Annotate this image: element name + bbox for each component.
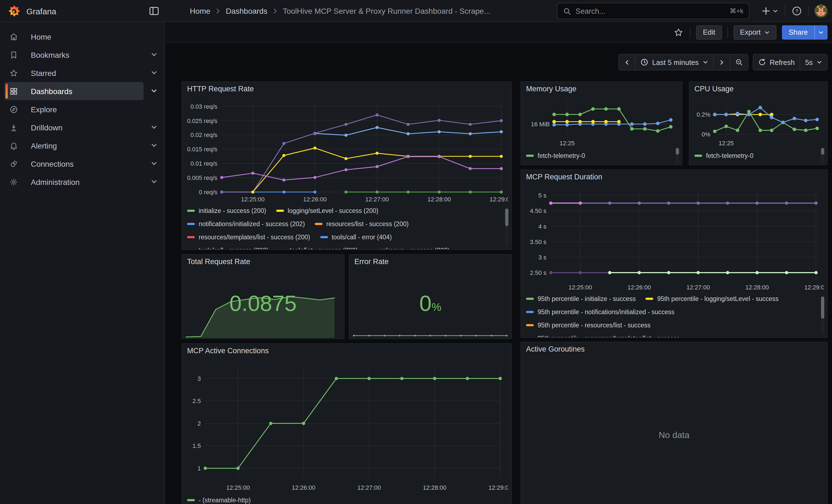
legend-swatch <box>526 311 534 313</box>
legend-swatch <box>187 223 195 225</box>
sidebar-item-home[interactable]: Home <box>4 27 144 46</box>
legend-item[interactable]: unknown - success (200) <box>368 247 449 250</box>
mcp-request-duration-legend: 95th percentile - initialize - success95… <box>526 292 814 338</box>
legend-scrollbar[interactable] <box>821 295 824 335</box>
scrollbar-thumb[interactable] <box>505 209 509 226</box>
chevron-down-icon[interactable] <box>150 178 158 185</box>
sidebar-item-label: Starred <box>31 69 56 77</box>
sidebar-item-starred[interactable]: Starred <box>4 64 144 82</box>
legend-scrollbar[interactable] <box>821 147 824 163</box>
scrollbar-thumb[interactable] <box>821 148 824 155</box>
sidebar-item-drilldown[interactable]: Drilldown <box>4 118 144 136</box>
panel-title[interactable]: Error Rate <box>354 258 389 266</box>
legend-item[interactable]: - (streamable-http) <box>187 497 251 503</box>
legend-label: tools/call - error (404) <box>332 234 392 240</box>
search-input[interactable]: ⌘+k <box>557 3 750 19</box>
mcp-request-duration-chart[interactable]: 2.50 s3 s3.50 s4 s4.50 s5 s12:25:0012:26… <box>525 184 824 292</box>
legend-swatch <box>526 155 534 157</box>
panel-error-rate: Error Rate 0% <box>349 254 512 339</box>
top-bar: Grafana Home Dashboards ToolHive MCP Ser… <box>0 0 832 22</box>
refresh-icon <box>758 58 766 66</box>
legend-item[interactable]: fetch-telemetry-0 <box>526 152 585 159</box>
sidebar-item-connections[interactable]: Connections <box>4 155 144 173</box>
share-menu-button[interactable] <box>814 25 828 39</box>
chevron-down-icon[interactable] <box>150 69 158 77</box>
panel-title[interactable]: HTTP Request Rate <box>187 85 254 93</box>
legend-item[interactable]: 95th percentile - resources/list - succe… <box>526 322 650 328</box>
export-button[interactable]: Export <box>733 25 776 39</box>
chevron-down-icon[interactable] <box>150 123 158 131</box>
breadcrumb-home[interactable]: Home <box>190 7 210 16</box>
chevron-down-icon[interactable] <box>150 87 158 95</box>
panel-title[interactable]: Active Goroutines <box>526 345 584 353</box>
legend-item[interactable]: 95th percentile - initialize - success <box>526 295 636 302</box>
edit-button[interactable]: Edit <box>696 25 722 39</box>
help-button[interactable]: ? <box>791 5 803 17</box>
chevron-down-icon[interactable] <box>150 141 158 149</box>
legend-row: fetch-telemetry-0 <box>695 149 815 162</box>
legend-swatch <box>187 210 195 212</box>
legend-item[interactable]: tools/list - success (200) <box>278 247 358 250</box>
sidebar-item-dashboards[interactable]: Dashboards <box>4 82 144 100</box>
divider <box>808 5 809 17</box>
memory-usage-chart[interactable]: 16 MiB12:25 <box>525 95 678 148</box>
legend-item[interactable]: 95th percentile - logging/setLevel - suc… <box>646 295 779 302</box>
legend-item[interactable]: tools/call - success (200) <box>187 247 268 250</box>
search-field[interactable] <box>576 7 725 15</box>
time-forward-button[interactable] <box>713 54 729 70</box>
cpu-usage-chart[interactable]: 0.2%0%12:25 <box>694 95 824 148</box>
sidebar-item-bookmarks[interactable]: Bookmarks <box>4 46 144 64</box>
chevron-down-icon[interactable] <box>150 160 158 167</box>
panel-total-request-rate: Total Request Rate 0.0875 <box>182 254 344 339</box>
legend-scrollbar[interactable] <box>505 207 509 247</box>
share-button[interactable]: Share <box>782 25 814 39</box>
scrollbar-thumb[interactable] <box>676 148 679 155</box>
legend-item[interactable]: fetch-telemetry-0 <box>695 152 754 159</box>
panel-title[interactable]: Total Request Rate <box>187 258 250 266</box>
sidebar-collapse-icon[interactable] <box>149 5 160 17</box>
panel-http-request-rate: HTTP Request Rate 0 req/s0.005 req/s0.01… <box>182 81 512 250</box>
legend-label: 95th percentile - notifications/initiali… <box>538 309 674 315</box>
scrollbar-thumb[interactable] <box>821 297 824 319</box>
topbar-actions: ? <box>760 0 828 22</box>
panel-cpu-usage: CPU Usage 0.2%0%12:25 fetch-telemetry-0 <box>689 81 828 165</box>
legend-item[interactable]: logging/setLevel - success (200) <box>276 207 378 214</box>
mcp-active-connections-chart[interactable]: 11.522.5312:25:0012:26:0012:27:0012:28:0… <box>186 359 508 493</box>
sidebar-item-alerting[interactable]: Alerting <box>4 136 144 155</box>
legend-item[interactable]: resources/list - success (200) <box>315 221 409 227</box>
panel-title[interactable]: MCP Active Connections <box>187 347 269 355</box>
legend-scrollbar[interactable] <box>676 147 679 163</box>
legend-swatch <box>368 249 375 250</box>
chevron-down-icon[interactable] <box>150 51 158 58</box>
new-button[interactable] <box>760 5 779 17</box>
panel-title[interactable]: Memory Usage <box>526 85 576 93</box>
panel-title[interactable]: CPU Usage <box>695 85 734 93</box>
legend-item[interactable]: 95th percentile - resources/templates/li… <box>526 335 680 338</box>
svg-text:12:25:00: 12:25:00 <box>226 484 250 491</box>
legend-item[interactable]: tools/call - error (404) <box>320 234 392 240</box>
panel-title[interactable]: MCP Request Duration <box>526 173 602 181</box>
legend-swatch <box>315 223 322 225</box>
chevron-down-icon <box>816 59 822 65</box>
legend-item[interactable]: notifications/initialized - success (202… <box>187 221 305 227</box>
refresh-label: Refresh <box>770 58 795 66</box>
sidebar-item-label: Home <box>31 32 51 41</box>
breadcrumb-dashboards[interactable]: Dashboards <box>226 7 267 16</box>
refresh-interval-picker[interactable]: 5s <box>800 54 827 70</box>
sidebar-item-explore[interactable]: Explore <box>4 100 144 118</box>
refresh-button[interactable]: Refresh <box>753 54 800 70</box>
sidebar-item-administration[interactable]: Administration <box>4 173 144 191</box>
chevron-down-icon <box>818 29 824 35</box>
user-avatar[interactable] <box>814 4 828 18</box>
time-back-button[interactable] <box>619 54 635 70</box>
legend-item[interactable]: resources/templates/list - success (200) <box>187 234 310 240</box>
time-range-picker[interactable]: Last 5 minutes <box>635 54 713 70</box>
brand[interactable]: Grafana <box>8 0 56 22</box>
divider <box>785 5 785 17</box>
bookmark-icon <box>9 50 18 59</box>
legend-item[interactable]: 95th percentile - notifications/initiali… <box>526 309 674 315</box>
favorite-star-button[interactable] <box>673 26 685 38</box>
zoom-out-button[interactable] <box>729 54 748 70</box>
legend-item[interactable]: initialize - success (200) <box>187 207 266 214</box>
http-request-rate-chart[interactable]: 0 req/s0.005 req/s0.01 req/s0.015 req/s0… <box>186 96 508 204</box>
